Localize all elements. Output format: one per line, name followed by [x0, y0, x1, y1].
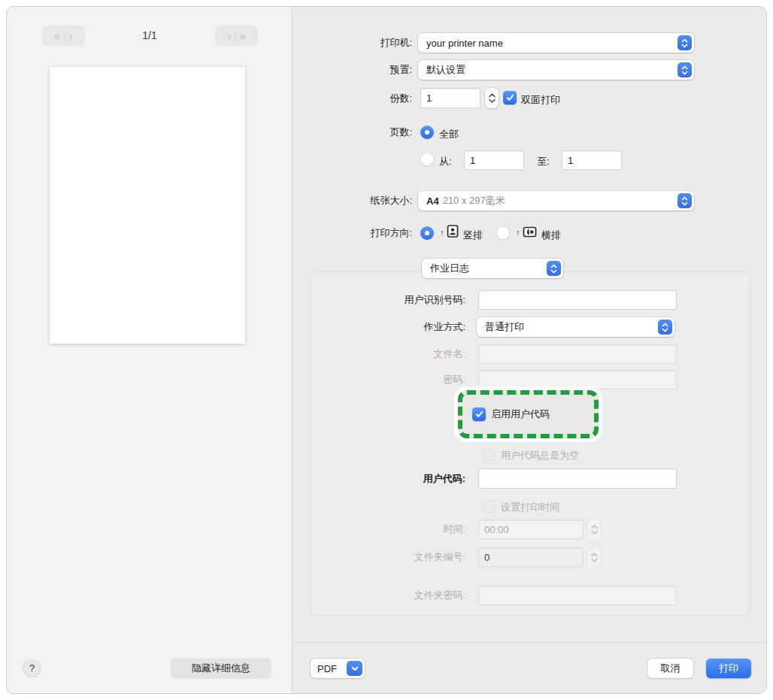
chevron-left-icon: ‹ — [69, 29, 73, 42]
pane-divider — [292, 7, 293, 694]
paper-size-name: A4 — [426, 195, 439, 207]
pdf-menu-button[interactable]: PDF — [311, 659, 365, 678]
chevron-down-icon — [591, 558, 598, 562]
pages-all-label: 全部 — [439, 128, 459, 141]
time-stepper — [587, 520, 601, 540]
arrow-up-icon: ↑ — [516, 228, 520, 237]
user-id-label: 用户识别号码: — [330, 290, 465, 310]
presets-popup[interactable]: 默认设置 — [418, 60, 694, 80]
pagination-separator: | — [234, 31, 236, 41]
chevron-down-icon — [591, 530, 598, 535]
time-label: 时间: — [330, 520, 465, 539]
presets-popup-value: 默认设置 — [426, 63, 465, 77]
checkmark-icon — [506, 94, 514, 102]
chevron-up-icon — [591, 553, 598, 557]
set-print-time-label: 设置打印时间 — [501, 501, 559, 514]
user-code-always-blank-checkbox — [482, 448, 495, 461]
footer-divider — [292, 642, 767, 643]
user-code-always-blank-label: 用户代码总是为空 — [501, 449, 579, 462]
duplex-label: 双面打印 — [521, 93, 560, 107]
highlight-callout: 启用用户代码 — [454, 386, 602, 442]
pages-from-input[interactable] — [464, 150, 524, 170]
chevron-up-down-icon — [678, 193, 692, 208]
time-input — [478, 520, 584, 539]
portrait-label: 竖排 — [463, 229, 483, 242]
landscape-radio[interactable] — [496, 226, 510, 240]
duplex-checkbox[interactable] — [503, 91, 517, 105]
pages-range-radio[interactable] — [420, 153, 434, 166]
next-page-button[interactable]: ›|» — [215, 26, 258, 46]
chevron-up-icon — [591, 525, 598, 529]
folder-number-label: 文件夹编号: — [330, 547, 465, 567]
chevron-up-down-icon — [658, 320, 672, 335]
hide-details-button[interactable]: 隐藏详细信息 — [171, 659, 271, 678]
set-print-time-checkbox — [482, 500, 495, 513]
page-indicator: 1/1 — [105, 26, 195, 46]
page-preview — [50, 67, 245, 344]
portrait-radio[interactable] — [420, 226, 434, 240]
folder-number-stepper — [587, 547, 601, 568]
printer-label: 打印机: — [299, 33, 412, 53]
job-type-popup[interactable]: 普通打印 — [477, 317, 674, 337]
folder-password-input — [478, 586, 677, 605]
enable-user-code-checkbox[interactable] — [472, 408, 486, 421]
presets-label: 预置: — [299, 60, 412, 80]
user-code-label: 用户代码: — [330, 468, 465, 489]
cancel-button[interactable]: 取消 — [647, 659, 693, 678]
orientation-label: 打印方向: — [299, 226, 412, 241]
chevron-down-icon — [347, 661, 362, 676]
chevron-down-icon — [489, 98, 496, 103]
pages-all-radio[interactable] — [420, 126, 434, 139]
job-type-value: 普通打印 — [485, 320, 524, 334]
pages-to-label: 至: — [537, 155, 550, 168]
highlight-callout-border: 启用用户代码 — [458, 390, 599, 438]
checkmark-icon — [475, 411, 484, 418]
file-name-label: 文件名: — [330, 344, 465, 364]
help-button[interactable]: ? — [23, 659, 41, 677]
chevron-up-down-icon — [678, 62, 692, 77]
pages-from-label: 从: — [439, 155, 452, 168]
chevron-double-left-icon: « — [54, 29, 60, 42]
pane-selector-popup[interactable]: 作业日志 — [422, 259, 563, 278]
printer-popup-value: your printer name — [426, 38, 503, 49]
landscape-page-icon — [523, 226, 537, 238]
arrow-up-icon: ↑ — [440, 228, 444, 237]
print-dialog: «|‹ 1/1 ›|» 打印机: your printer name 预置: 默… — [6, 6, 767, 694]
copies-input[interactable] — [420, 88, 480, 108]
user-id-input[interactable] — [478, 290, 677, 310]
pagination-separator: | — [64, 31, 66, 41]
job-type-label: 作业方式: — [330, 317, 465, 337]
folder-password-label: 文件夹密码: — [330, 586, 465, 605]
pane-selector-value: 作业日志 — [430, 262, 469, 275]
chevron-up-icon — [489, 93, 496, 98]
file-name-input — [478, 344, 677, 364]
copies-label: 份数: — [299, 88, 412, 108]
portrait-page-icon — [447, 224, 459, 238]
enable-user-code-label: 启用用户代码 — [491, 408, 550, 421]
landscape-label: 横排 — [541, 229, 561, 242]
chevron-up-down-icon — [547, 261, 561, 276]
paper-size-dimensions: 210 x 297毫米 — [443, 194, 505, 208]
printer-popup[interactable]: your printer name — [418, 33, 694, 53]
folder-number-input — [478, 547, 584, 567]
pdf-menu-label: PDF — [317, 663, 337, 674]
pages-to-input[interactable] — [562, 150, 622, 170]
copies-stepper[interactable] — [485, 88, 499, 108]
paper-size-label: 纸张大小: — [299, 191, 412, 211]
paper-size-popup[interactable]: A4 210 x 297毫米 — [418, 191, 694, 211]
password-label: 密码: — [330, 370, 465, 389]
chevron-right-icon: › — [227, 29, 231, 42]
chevron-up-down-icon — [678, 35, 692, 50]
print-button[interactable]: 打印 — [706, 659, 751, 678]
pages-label: 页数: — [299, 123, 412, 141]
user-code-input[interactable] — [478, 468, 677, 489]
previous-page-button[interactable]: «|‹ — [42, 26, 85, 46]
chevron-double-right-icon: » — [239, 29, 245, 42]
